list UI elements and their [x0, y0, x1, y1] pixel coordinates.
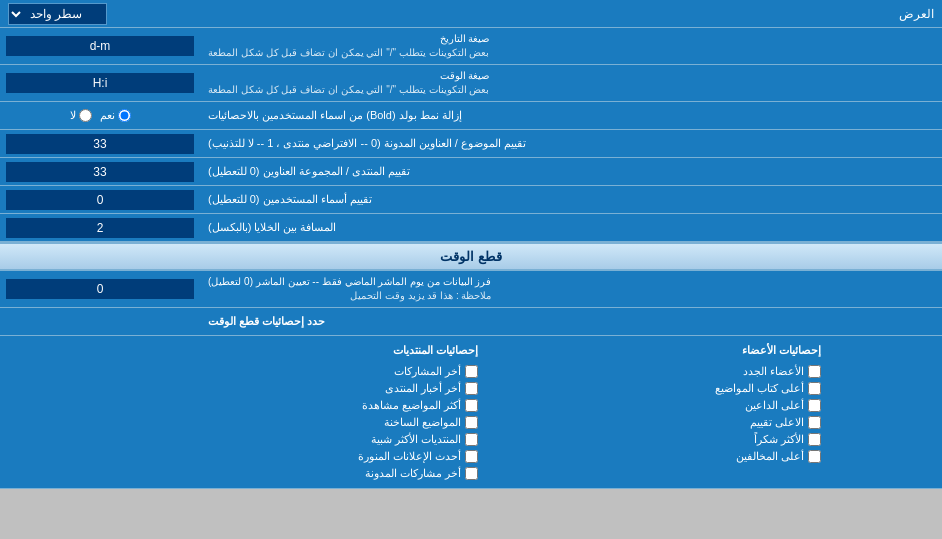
- cb-blog-posts[interactable]: أخر مشاركات المدونة: [358, 467, 478, 480]
- col-forums-header: إحصائيات المنتديات: [358, 344, 478, 357]
- radio-yes[interactable]: [118, 109, 131, 122]
- cb-top-inviters-input[interactable]: [808, 399, 821, 412]
- remove-bold-input-wrap[interactable]: نعم لا: [0, 102, 200, 129]
- cb-new-members[interactable]: الأعضاء الجدد: [715, 365, 821, 378]
- date-format-input[interactable]: [6, 36, 194, 56]
- cb-new-members-input[interactable]: [808, 365, 821, 378]
- sort-topics-input[interactable]: [6, 134, 194, 154]
- cell-distance-input[interactable]: [6, 218, 194, 238]
- sort-users-input[interactable]: [6, 190, 194, 210]
- cb-forum-news-input[interactable]: [465, 382, 478, 395]
- display-select[interactable]: سطر واحد سطرين ثلاثة أسطر: [8, 3, 107, 25]
- sort-forums-label: تقييم المنتدى / المجموعة العناوين (0 للت…: [200, 158, 942, 185]
- cutoff-label: فرز البيانات من يوم الماشر الماضي فقط --…: [200, 271, 942, 307]
- cb-similar-forums[interactable]: المنتديات الأكثر شبية: [358, 433, 478, 446]
- stats-header-spacer: [0, 308, 200, 335]
- remove-bold-label: إزالة نمط بولد (Bold) من اسماء المستخدمي…: [200, 102, 942, 129]
- time-format-input[interactable]: [6, 73, 194, 93]
- sort-users-input-wrap[interactable]: [0, 186, 200, 213]
- checkboxes-area: إحصائيات الأعضاء الأعضاء الجدد أعلى كتاب…: [0, 336, 942, 489]
- sort-users-row: تقييم أسماء المستخدمين (0 للتعطيل): [0, 186, 942, 214]
- cutoff-input[interactable]: [6, 279, 194, 299]
- cutoff-input-wrap[interactable]: [0, 271, 200, 307]
- cb-top-inviters[interactable]: أعلى الداعين: [715, 399, 821, 412]
- cb-top-authors-input[interactable]: [808, 382, 821, 395]
- stats-header-row: حدد إحصائيات قطع الوقت: [0, 308, 942, 336]
- top-select-wrap[interactable]: سطر واحد سطرين ثلاثة أسطر: [8, 3, 107, 25]
- radio-yes-label[interactable]: نعم: [100, 109, 131, 122]
- cb-most-thanks[interactable]: الأكثر شكراً: [715, 433, 821, 446]
- cb-latest-announcements-input[interactable]: [465, 450, 478, 463]
- cb-last-posts-input[interactable]: [465, 365, 478, 378]
- cb-hot-topics-input[interactable]: [465, 416, 478, 429]
- cell-distance-label: المسافة بين الخلايا (بالبكسل): [200, 214, 942, 241]
- col-members: إحصائيات الأعضاء الأعضاء الجدد أعلى كتاب…: [715, 344, 821, 480]
- cb-top-violators-input[interactable]: [808, 450, 821, 463]
- top-label: العرض: [899, 7, 934, 21]
- cb-forum-news[interactable]: أخر أخبار المنتدى: [358, 382, 478, 395]
- time-format-label: صيغة الوقت بعض التكوينات يتطلب "/" التي …: [200, 65, 942, 101]
- time-format-input-wrap[interactable]: [0, 65, 200, 101]
- cb-most-viewed-input[interactable]: [465, 399, 478, 412]
- cb-blog-posts-input[interactable]: [465, 467, 478, 480]
- cutoff-row: فرز البيانات من يوم الماشر الماضي فقط --…: [0, 271, 942, 308]
- section-header-cutoff: قطع الوقت: [0, 242, 942, 271]
- sort-users-label: تقييم أسماء المستخدمين (0 للتعطيل): [200, 186, 942, 213]
- time-format-row: صيغة الوقت بعض التكوينات يتطلب "/" التي …: [0, 65, 942, 102]
- date-format-row: صيغة التاريخ بعض التكوينات يتطلب "/" الت…: [0, 28, 942, 65]
- cell-distance-input-wrap[interactable]: [0, 214, 200, 241]
- stats-header-label: حدد إحصائيات قطع الوقت: [200, 308, 942, 335]
- cb-top-rated-input[interactable]: [808, 416, 821, 429]
- radio-no[interactable]: [79, 109, 92, 122]
- cell-distance-row: المسافة بين الخلايا (بالبكسل): [0, 214, 942, 242]
- cb-most-viewed[interactable]: أكثر المواضيع مشاهدة: [358, 399, 478, 412]
- date-format-input-wrap[interactable]: [0, 28, 200, 64]
- radio-no-label[interactable]: لا: [70, 109, 92, 122]
- remove-bold-row: إزالة نمط بولد (Bold) من اسماء المستخدمي…: [0, 102, 942, 130]
- cb-top-authors[interactable]: أعلى كتاب المواضيع: [715, 382, 821, 395]
- sort-forums-input[interactable]: [6, 162, 194, 182]
- col-forums: إحصائيات المنتديات أخر المشاركات أخر أخب…: [358, 344, 478, 480]
- checkbox-columns: إحصائيات الأعضاء الأعضاء الجدد أعلى كتاب…: [12, 344, 930, 480]
- sort-forums-input-wrap[interactable]: [0, 158, 200, 185]
- cb-hot-topics[interactable]: المواضيع الساخنة: [358, 416, 478, 429]
- sort-topics-label: تقييم الموضوع / العناوين المدونة (0 -- ا…: [200, 130, 942, 157]
- sort-topics-input-wrap[interactable]: [0, 130, 200, 157]
- cb-most-thanks-input[interactable]: [808, 433, 821, 446]
- cb-latest-announcements[interactable]: أحدث الإعلانات المنورة: [358, 450, 478, 463]
- cb-top-violators[interactable]: أعلى المخالفين: [715, 450, 821, 463]
- cb-similar-forums-input[interactable]: [465, 433, 478, 446]
- sort-topics-row: تقييم الموضوع / العناوين المدونة (0 -- ا…: [0, 130, 942, 158]
- date-format-label: صيغة التاريخ بعض التكوينات يتطلب "/" الت…: [200, 28, 942, 64]
- col-members-header: إحصائيات الأعضاء: [715, 344, 821, 357]
- cb-last-posts[interactable]: أخر المشاركات: [358, 365, 478, 378]
- cb-top-rated[interactable]: الاعلى تقييم: [715, 416, 821, 429]
- sort-forums-row: تقييم المنتدى / المجموعة العناوين (0 للت…: [0, 158, 942, 186]
- top-row: العرض سطر واحد سطرين ثلاثة أسطر: [0, 0, 942, 28]
